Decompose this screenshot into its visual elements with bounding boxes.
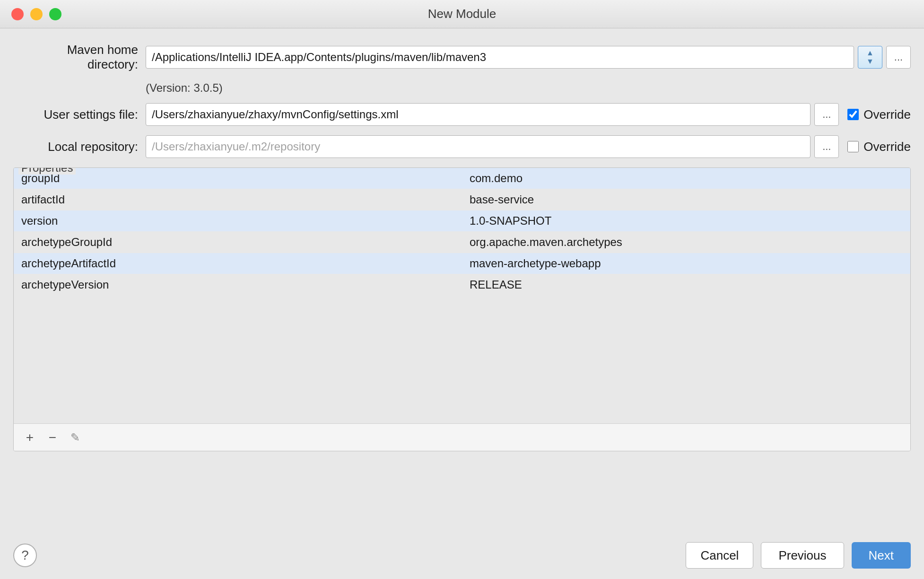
dialog-title: New Module bbox=[428, 7, 497, 21]
property-value: RELEASE bbox=[462, 274, 910, 295]
local-repo-input-group: ... Override bbox=[146, 135, 911, 158]
property-value: com.demo bbox=[462, 168, 910, 189]
user-settings-row: User settings file: ... Override bbox=[13, 103, 911, 126]
table-row[interactable]: artifactIdbase-service bbox=[14, 189, 910, 211]
property-value: maven-archetype-webapp bbox=[462, 253, 910, 274]
spinner-down-icon: ▼ bbox=[866, 58, 874, 65]
local-repo-input[interactable] bbox=[146, 135, 811, 158]
property-value: 1.0-SNAPSHOT bbox=[462, 211, 910, 231]
local-repo-browse-button[interactable]: ... bbox=[814, 135, 839, 158]
next-button[interactable]: Next bbox=[852, 542, 911, 569]
property-value: base-service bbox=[462, 189, 910, 210]
property-key: archetypeGroupId bbox=[14, 232, 462, 253]
properties-legend: Properties bbox=[18, 167, 76, 175]
maven-home-browse-button[interactable]: ... bbox=[886, 46, 911, 69]
local-repo-override-group: Override bbox=[847, 140, 911, 154]
property-key: version bbox=[14, 211, 462, 231]
table-row[interactable]: archetypeVersionRELEASE bbox=[14, 274, 910, 295]
user-settings-override-checkbox[interactable] bbox=[847, 109, 859, 120]
spinner-up-icon: ▲ bbox=[866, 49, 874, 57]
property-key: artifactId bbox=[14, 189, 462, 210]
previous-button[interactable]: Previous bbox=[761, 542, 844, 569]
maven-home-spinner[interactable]: ▲ ▼ bbox=[858, 46, 882, 69]
property-key: archetypeVersion bbox=[14, 274, 462, 295]
property-key: groupId bbox=[14, 168, 462, 189]
user-settings-browse-button[interactable]: ... bbox=[814, 103, 839, 126]
table-row[interactable]: groupIdcom.demo bbox=[14, 168, 910, 189]
help-button[interactable]: ? bbox=[13, 544, 37, 567]
properties-section: Properties groupIdcom.demoartifactIdbase… bbox=[13, 167, 911, 451]
property-value: org.apache.maven.archetypes bbox=[462, 232, 910, 253]
user-settings-override-label: Override bbox=[863, 107, 911, 122]
maven-home-input[interactable] bbox=[146, 46, 854, 69]
table-row[interactable]: archetypeGroupIdorg.apache.maven.archety… bbox=[14, 232, 910, 253]
dialog-content: Maven home directory: ▲ ▼ ... (Version: … bbox=[0, 28, 924, 532]
user-settings-input-group: ... Override bbox=[146, 103, 911, 126]
bottom-left: ? bbox=[13, 544, 37, 567]
local-repo-override-label: Override bbox=[863, 140, 911, 154]
properties-table: groupIdcom.demoartifactIdbase-servicever… bbox=[14, 168, 910, 423]
close-button[interactable] bbox=[11, 8, 24, 20]
bottom-right: Cancel Previous Next bbox=[686, 542, 911, 569]
remove-property-button[interactable]: − bbox=[44, 429, 61, 446]
table-row[interactable]: archetypeArtifactIdmaven-archetype-webap… bbox=[14, 253, 910, 274]
maven-home-input-group: ▲ ▼ ... bbox=[146, 46, 911, 69]
maximize-button[interactable] bbox=[49, 8, 61, 20]
user-settings-input[interactable] bbox=[146, 103, 811, 126]
properties-toolbar: + − ✎ bbox=[14, 423, 910, 451]
table-row[interactable]: version1.0-SNAPSHOT bbox=[14, 211, 910, 232]
property-key: archetypeArtifactId bbox=[14, 253, 462, 274]
cancel-button[interactable]: Cancel bbox=[686, 542, 753, 569]
user-settings-override-group: Override bbox=[847, 107, 911, 122]
user-settings-label: User settings file: bbox=[13, 107, 146, 122]
bottom-bar: ? Cancel Previous Next bbox=[0, 532, 924, 579]
version-text: (Version: 3.0.5) bbox=[146, 81, 911, 95]
title-bar: New Module bbox=[0, 0, 924, 28]
minimize-button[interactable] bbox=[30, 8, 43, 20]
local-repo-label: Local repository: bbox=[13, 140, 146, 154]
local-repo-override-checkbox[interactable] bbox=[847, 141, 859, 152]
maven-home-row: Maven home directory: ▲ ▼ ... bbox=[13, 43, 911, 72]
local-repo-row: Local repository: ... Override bbox=[13, 135, 911, 158]
add-property-button[interactable]: + bbox=[21, 429, 38, 446]
window-controls bbox=[11, 8, 61, 20]
maven-home-label: Maven home directory: bbox=[13, 43, 146, 72]
edit-property-button[interactable]: ✎ bbox=[67, 429, 84, 446]
